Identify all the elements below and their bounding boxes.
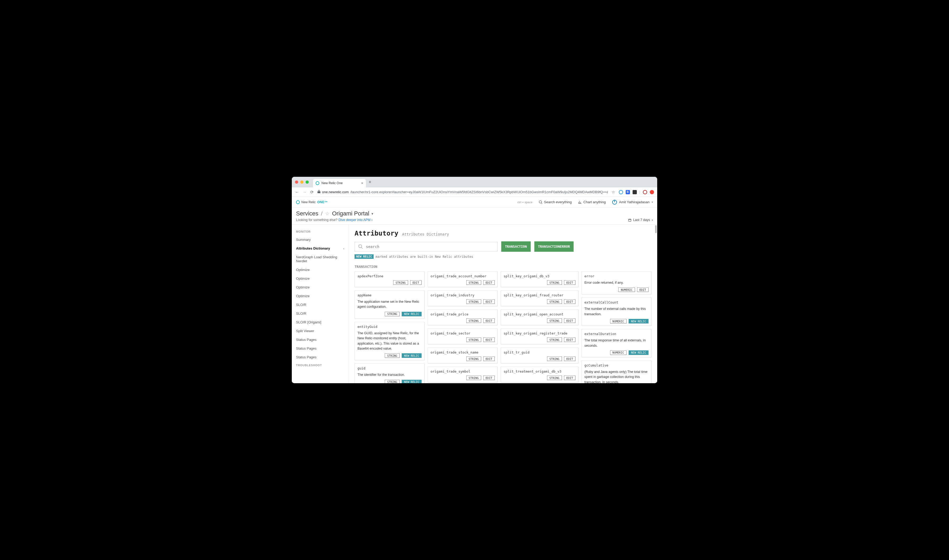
transactionerror-button[interactable]: TRANSACTIONERROR: [535, 242, 573, 252]
chevron-right-icon: ›: [343, 247, 344, 250]
edit-button[interactable]: EDIT: [564, 280, 575, 285]
edit-button[interactable]: EDIT: [483, 357, 495, 361]
extension-icon[interactable]: [619, 190, 623, 194]
bookmark-star-icon[interactable]: ☆: [612, 190, 615, 194]
edit-button[interactable]: EDIT: [564, 337, 575, 342]
dive-deeper-link[interactable]: Dive deeper into APM ›: [338, 218, 373, 222]
transaction-button[interactable]: TRANSACTION: [501, 242, 531, 252]
breadcrumb-entity-name[interactable]: Origami Portal: [332, 210, 370, 217]
svg-rect-0: [629, 219, 631, 221]
attribute-card: origami_trade_account_numberSTRINGEDIT: [428, 271, 498, 287]
sidebar-item-label: Optimize: [296, 285, 310, 289]
new-relic-chip: NEW RELIC: [629, 351, 649, 355]
attribute-card: errorError code returned, if any.NUMERIC…: [581, 271, 652, 294]
attribute-name: origami_trade_symbol: [431, 369, 495, 374]
maximize-window-button[interactable]: [305, 180, 309, 184]
close-window-button[interactable]: [295, 180, 298, 184]
tab-title: New Relic One: [322, 181, 343, 185]
timepicker[interactable]: Last 7 days ▾: [628, 218, 653, 222]
edit-button[interactable]: EDIT: [637, 288, 649, 292]
sidebar-item[interactable]: SLO/R: [292, 300, 348, 309]
tab-favicon: [316, 181, 319, 185]
close-tab-icon[interactable]: ×: [361, 181, 363, 185]
edit-button[interactable]: EDIT: [410, 280, 422, 285]
edit-button[interactable]: EDIT: [564, 299, 575, 304]
edit-button[interactable]: EDIT: [483, 337, 495, 342]
attribute-name: gcCumulative: [584, 363, 649, 367]
new-tab-button[interactable]: +: [368, 179, 371, 185]
sidebar-item[interactable]: Status Pages: [292, 344, 348, 353]
sidebar-item[interactable]: SLO/R [Origami]: [292, 318, 348, 326]
sidebar-item[interactable]: Optimize: [292, 292, 348, 300]
sidebar-item[interactable]: Split Viewer: [292, 326, 348, 335]
extension-icon[interactable]: [650, 190, 654, 194]
user-menu[interactable]: Amit Yathirajadasan ▾: [612, 200, 653, 205]
sidebar-item[interactable]: NerdGraph Load Shedding Nerdlet: [292, 253, 348, 265]
sidebar-item[interactable]: SLO/R: [292, 309, 348, 318]
sidebar-item-label: Status Pages: [296, 338, 316, 342]
sidebar-item[interactable]: Status Pages: [292, 335, 348, 344]
sidebar-item-label: SLO/R [Origami]: [296, 320, 321, 324]
type-chip: STRING: [466, 337, 481, 342]
favorite-star-icon[interactable]: ☆: [325, 211, 330, 217]
edit-button[interactable]: EDIT: [483, 318, 495, 323]
sidebar-item-label: SLO/R: [296, 311, 307, 315]
attribute-card: guidThe identifier for the transaction.S…: [354, 363, 424, 383]
attribute-name: externalCallCount: [584, 300, 649, 305]
new-relic-badge: NEW RELIC: [354, 254, 374, 259]
edit-button[interactable]: EDIT: [564, 357, 575, 361]
attribute-card: split_treatment_origami_db_v3STRINGEDIT: [501, 366, 578, 382]
type-chip: STRING: [466, 357, 481, 361]
reload-icon[interactable]: ⟳: [310, 190, 314, 194]
brand-logo[interactable]: New Relic ONE™: [296, 200, 328, 204]
breadcrumb-services[interactable]: Services: [296, 210, 318, 217]
new-relic-chip: NEW RELIC: [402, 353, 422, 358]
edit-button[interactable]: EDIT: [483, 299, 495, 304]
extension-icon[interactable]: [643, 190, 647, 194]
back-icon[interactable]: ←: [295, 190, 299, 194]
new-relic-chip: NEW RELIC: [629, 319, 649, 323]
sidebar-item[interactable]: Summary: [292, 235, 348, 244]
chevron-down-icon[interactable]: ▾: [371, 212, 373, 216]
attribute-card: origami_trade_symbolSTRINGEDIT: [428, 366, 498, 382]
address-bar[interactable]: one.newrelic.com/launcher/nr1-core.explo…: [317, 190, 608, 194]
extension-icon[interactable]: [633, 190, 637, 194]
attribute-card: origami_trade_stock_nameSTRINGEDIT: [428, 348, 498, 363]
attribute-card: split_key_origami_fraud_routerSTRINGEDIT: [501, 290, 578, 306]
sidebar-item[interactable]: Attributes Dictionary›: [292, 244, 348, 253]
sidebar-item[interactable]: Optimize: [292, 265, 348, 274]
edit-button[interactable]: EDIT: [483, 280, 495, 285]
edit-button[interactable]: EDIT: [483, 375, 495, 380]
section-label: TRANSACTION: [354, 265, 652, 269]
minimize-window-button[interactable]: [300, 180, 303, 184]
forward-icon[interactable]: →: [303, 190, 307, 194]
sidebar-item[interactable]: Optimize: [292, 274, 348, 283]
browser-tab[interactable]: New Relic One ×: [313, 179, 366, 188]
attribute-name: error: [584, 274, 649, 278]
edit-button[interactable]: EDIT: [564, 318, 575, 323]
url-host: one.newrelic.com: [322, 190, 349, 194]
attribute-card: origami_trade_sectorSTRINGEDIT: [428, 328, 498, 344]
search-input[interactable]: [366, 245, 494, 249]
type-chip: STRING: [466, 318, 481, 323]
type-chip: STRING: [547, 280, 562, 285]
sidebar-item[interactable]: Status Pages: [292, 353, 348, 362]
chevron-down-icon: ▾: [652, 218, 653, 222]
scrollbar-thumb[interactable]: [655, 225, 657, 233]
sidebar-item[interactable]: Optimize: [292, 283, 348, 292]
attribute-description: (Ruby and Java agents only) The total ti…: [584, 369, 649, 383]
extension-icon[interactable]: B: [626, 190, 630, 194]
chevron-down-icon: ▾: [652, 201, 653, 203]
breadcrumb-separator: /: [321, 211, 322, 217]
search-everything-button[interactable]: Search everything: [539, 200, 572, 204]
attribute-name: split_key_origami_fraud_router: [504, 293, 575, 297]
attribute-card: split_tr_guidSTRINGEDIT: [501, 348, 578, 363]
sidebar: MONITOR SummaryAttributes Dictionary›Ner…: [292, 225, 349, 383]
chart-anything-button[interactable]: Chart anything: [578, 200, 606, 204]
sidebar-item-label: Attributes Dictionary: [296, 246, 330, 250]
type-chip: STRING: [547, 337, 562, 342]
window-controls: [295, 180, 309, 184]
edit-button[interactable]: EDIT: [564, 375, 575, 380]
url-path: /launcher/nr1-core.explorer#launcher=eyJ…: [350, 190, 608, 194]
search-box[interactable]: [354, 242, 498, 251]
